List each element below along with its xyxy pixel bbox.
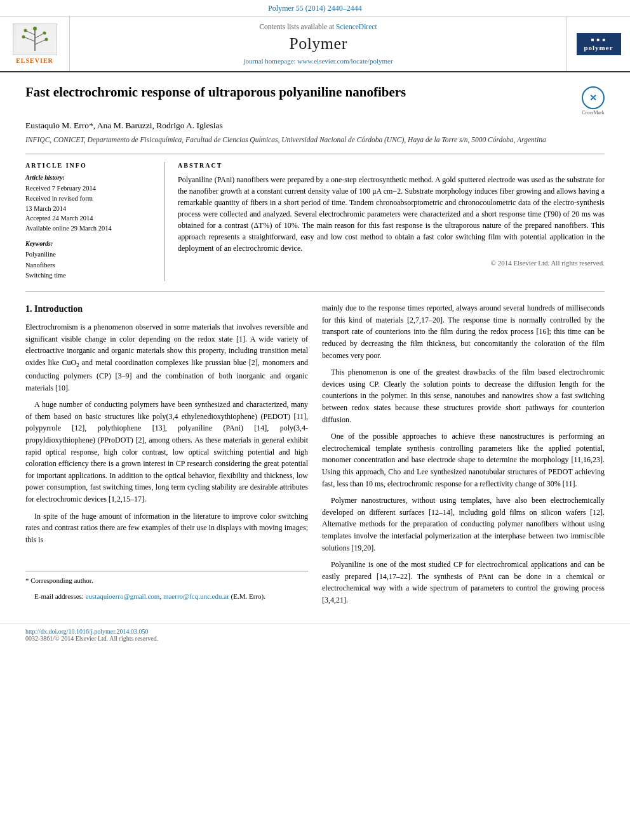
sciencedirect-link[interactable]: ScienceDirect xyxy=(336,23,377,30)
abstract-text: Polyaniline (PAni) nanofibers were prepa… xyxy=(178,174,605,254)
body-para-4: mainly due to the response times reporte… xyxy=(322,302,605,361)
svg-point-6 xyxy=(33,27,37,30)
abstract-label: ABSTRACT xyxy=(178,162,605,169)
copyright: © 2014 Elsevier Ltd. All rights reserved… xyxy=(178,259,605,267)
sciencedirect-line: Contents lists available at ScienceDirec… xyxy=(259,23,377,30)
abstract-column: ABSTRACT Polyaniline (PAni) nanofibers w… xyxy=(178,162,605,281)
article-info-label: ARTICLE INFO xyxy=(25,162,154,169)
body-right-col: mainly due to the response times reporte… xyxy=(322,302,605,611)
article-info-column: ARTICLE INFO Article history: Received 7… xyxy=(25,162,165,281)
article-history: Article history: Received 7 February 201… xyxy=(25,174,154,234)
body-para-6: One of the possible approaches to achiev… xyxy=(322,430,605,490)
journal-logo-right: ■ ■ ■ polymer xyxy=(566,17,630,71)
body-para-8: Polyaniline is one of the most studied C… xyxy=(322,559,605,606)
journal-homepage: journal homepage: www.elsevier.com/locat… xyxy=(243,57,392,65)
body-para-7: Polymer nanostructures, without using te… xyxy=(322,495,605,554)
elsevier-tree-logo xyxy=(13,23,57,55)
footnote-area: * Corresponding author. E-mail addresses… xyxy=(25,571,308,602)
body-para-3: In spite of the huge amount of informati… xyxy=(25,510,308,546)
elsevier-brand: ELSEVIER xyxy=(16,57,53,64)
article-info-abstract: ARTICLE INFO Article history: Received 7… xyxy=(25,154,605,281)
journal-citation: Polymer 55 (2014) 2440–2444 xyxy=(268,4,362,13)
body-para-2: A huge number of conducting polymers hav… xyxy=(25,399,308,505)
section-divider xyxy=(25,291,605,292)
svg-point-7 xyxy=(23,29,27,32)
top-bar: Polymer 55 (2014) 2440–2444 xyxy=(0,0,630,17)
polymer-badge: ■ ■ ■ polymer xyxy=(577,33,621,55)
history-received: Received 7 February 2014 Received in rev… xyxy=(25,183,154,234)
doi-link[interactable]: http://dx.doi.org/10.1016/j.polymer.2014… xyxy=(25,628,148,635)
email-addresses: E-mail addresses: eustaquioerro@gmail.co… xyxy=(25,591,308,602)
email2-link[interactable]: maerro@fcq.unc.edu.ar xyxy=(163,592,229,600)
keywords-list: Polyaniline Nanofibers Switching time xyxy=(25,250,154,281)
article-content: Fast electrochromic response of ultrapor… xyxy=(0,72,630,623)
crossmark-badge: ✕ CrossMark xyxy=(582,86,605,116)
body-para-1: Electrochromism is a phenomenon observed… xyxy=(25,321,308,394)
keywords-label: Keywords: xyxy=(25,240,154,247)
elsevier-logo: ELSEVIER xyxy=(13,23,57,64)
journal-header: ELSEVIER Contents lists available at Sci… xyxy=(0,17,630,72)
body-content: 1. Introduction Electrochromism is a phe… xyxy=(25,302,605,611)
history-label: Article history: xyxy=(25,174,154,181)
issn-line: 0032-3861/© 2014 Elsevier Ltd. All right… xyxy=(25,635,158,642)
svg-point-10 xyxy=(44,37,48,41)
journal-header-center: Contents lists available at ScienceDirec… xyxy=(70,17,566,71)
elsevier-logo-section: ELSEVIER xyxy=(0,17,70,71)
keywords-section: Keywords: Polyaniline Nanofibers Switchi… xyxy=(25,240,154,281)
body-left-col: 1. Introduction Electrochromism is a phe… xyxy=(25,302,308,611)
journal-title: Polymer xyxy=(289,34,347,53)
footer: http://dx.doi.org/10.1016/j.polymer.2014… xyxy=(0,623,630,646)
section1-heading: 1. Introduction xyxy=(25,302,308,316)
svg-point-8 xyxy=(43,31,46,34)
article-title: Fast electrochromic response of ultrapor… xyxy=(25,84,575,101)
svg-point-9 xyxy=(22,35,25,38)
email1-link[interactable]: eustaquioerro@gmail.com xyxy=(86,592,160,600)
affiliation: INFIQC, CONICET, Departamento de Fisicoq… xyxy=(25,135,605,145)
authors: Eustaquio M. Erro*, Ana M. Baruzzi, Rodr… xyxy=(25,121,605,131)
corresponding-author-note: * Corresponding author. xyxy=(25,575,308,586)
body-para-5: This phenomenon is one of the greatest d… xyxy=(322,366,605,425)
